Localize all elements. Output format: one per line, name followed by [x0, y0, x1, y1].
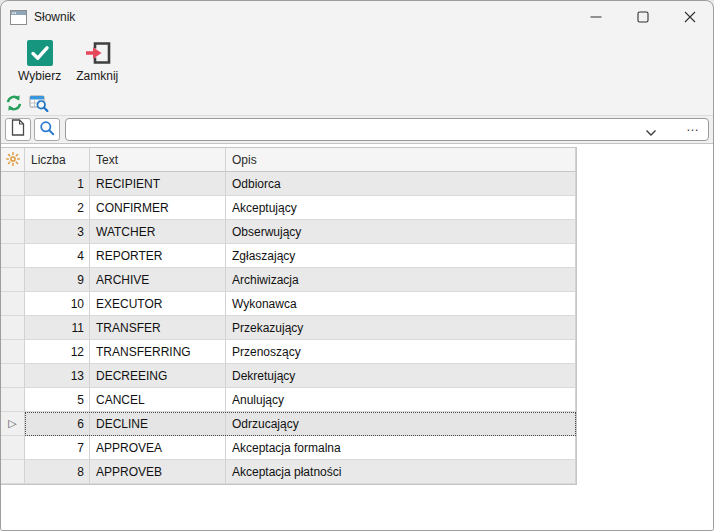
cell-opis[interactable]: Przenoszący	[226, 340, 576, 364]
close-dialog-button[interactable]: Zamknij	[71, 38, 123, 85]
cell-text[interactable]: WATCHER	[90, 220, 226, 244]
window-controls	[572, 1, 713, 33]
table-row[interactable]: 5CANCELAnulujący	[1, 388, 576, 412]
dialog-content: Liczba Text Opis 1RECIPIENTOdbiorca2CONF…	[1, 144, 713, 530]
table-search-icon[interactable]	[29, 94, 50, 112]
cell-text[interactable]: TRANSFERRING	[90, 340, 226, 364]
maximize-button[interactable]	[619, 1, 666, 33]
new-document-button[interactable]	[5, 118, 31, 141]
close-button[interactable]	[666, 1, 713, 33]
table-row[interactable]: 13DECREEINGDekretujący	[1, 364, 576, 388]
select-button-label: Wybierz	[18, 69, 61, 83]
customize-columns-button[interactable]	[1, 148, 25, 172]
cell-liczba[interactable]: 5	[25, 388, 90, 412]
dictionary-table: Liczba Text Opis 1RECIPIENTOdbiorca2CONF…	[1, 147, 577, 485]
table-row[interactable]: 12TRANSFERRINGPrzenoszący	[1, 340, 576, 364]
cell-opis[interactable]: Obserwujący	[226, 220, 576, 244]
column-header-liczba[interactable]: Liczba	[25, 148, 90, 172]
table-row[interactable]: 8APPROVEBAkceptacja płatności	[1, 460, 576, 484]
cell-liczba[interactable]: 9	[25, 268, 90, 292]
row-indicator	[1, 172, 25, 196]
row-indicator: ▷	[1, 412, 25, 436]
cell-liczba[interactable]: 13	[25, 364, 90, 388]
close-button-label: Zamknij	[76, 69, 118, 83]
cell-text[interactable]: TRANSFER	[90, 316, 226, 340]
row-indicator	[1, 340, 25, 364]
cell-text[interactable]: DECLINE	[90, 412, 226, 436]
check-icon	[27, 40, 53, 66]
row-data: 12TRANSFERRINGPrzenoszący	[25, 340, 576, 364]
cell-text[interactable]: DECREEING	[90, 364, 226, 388]
dialog-window: Słownik Wybierz	[0, 0, 714, 531]
cell-text[interactable]: CONFIRMER	[90, 196, 226, 220]
row-data: 4REPORTERZgłaszający	[25, 244, 576, 268]
table-row[interactable]: ▷6DECLINEOdrzucający	[1, 412, 576, 436]
table-row[interactable]: 1RECIPIENTOdbiorca	[1, 172, 576, 196]
row-indicator	[1, 364, 25, 388]
table-row[interactable]: 2CONFIRMERAkceptujący	[1, 196, 576, 220]
row-indicator	[1, 460, 25, 484]
column-header-opis[interactable]: Opis	[226, 148, 576, 172]
exit-icon	[84, 40, 110, 66]
filter-row: …	[1, 116, 713, 144]
chevron-down-icon[interactable]	[645, 123, 657, 141]
row-data: 7APPROVEAAkceptacja formalna	[25, 436, 576, 460]
table-header: Liczba Text Opis	[1, 148, 576, 172]
table-row[interactable]: 7APPROVEAAkceptacja formalna	[1, 436, 576, 460]
window-icon	[10, 10, 27, 25]
cell-opis[interactable]: Odbiorca	[226, 172, 576, 196]
cell-opis[interactable]: Anulujący	[226, 388, 576, 412]
cell-text[interactable]: CANCEL	[90, 388, 226, 412]
ellipsis-button[interactable]: …	[686, 119, 700, 134]
cell-opis[interactable]: Akceptacja płatności	[226, 460, 576, 484]
select-button[interactable]: Wybierz	[13, 38, 66, 85]
cell-opis[interactable]: Akceptacja formalna	[226, 436, 576, 460]
cell-opis[interactable]: Wykonawca	[226, 292, 576, 316]
cell-liczba[interactable]: 11	[25, 316, 90, 340]
row-data: 10EXECUTORWykonawca	[25, 292, 576, 316]
search-input[interactable]	[65, 118, 709, 141]
row-data: 1RECIPIENTOdbiorca	[25, 172, 576, 196]
cell-liczba[interactable]: 10	[25, 292, 90, 316]
refresh-icon[interactable]	[5, 94, 23, 112]
row-data: 6DECLINEOdrzucający	[25, 412, 576, 436]
cell-liczba[interactable]: 2	[25, 196, 90, 220]
title-bar: Słownik	[1, 1, 713, 33]
cell-liczba[interactable]: 4	[25, 244, 90, 268]
table-row[interactable]: 9ARCHIVEArchiwizacja	[1, 268, 576, 292]
row-indicator	[1, 388, 25, 412]
cell-opis[interactable]: Akceptujący	[226, 196, 576, 220]
table-row[interactable]: 3WATCHERObserwujący	[1, 220, 576, 244]
table-row[interactable]: 10EXECUTORWykonawca	[1, 292, 576, 316]
cell-opis[interactable]: Dekretujący	[226, 364, 576, 388]
table-row[interactable]: 11TRANSFERPrzekazujący	[1, 316, 576, 340]
row-indicator	[1, 316, 25, 340]
cell-text[interactable]: EXECUTOR	[90, 292, 226, 316]
window-title: Słownik	[34, 10, 75, 24]
cell-text[interactable]: RECIPIENT	[90, 172, 226, 196]
cell-text[interactable]: APPROVEB	[90, 460, 226, 484]
secondary-toolbar	[1, 91, 713, 116]
cell-liczba[interactable]: 8	[25, 460, 90, 484]
cell-liczba[interactable]: 1	[25, 172, 90, 196]
cell-text[interactable]: REPORTER	[90, 244, 226, 268]
cell-opis[interactable]: Przekazujący	[226, 316, 576, 340]
cell-text[interactable]: APPROVEA	[90, 436, 226, 460]
cell-liczba[interactable]: 12	[25, 340, 90, 364]
cell-liczba[interactable]: 3	[25, 220, 90, 244]
row-data: 5CANCELAnulujący	[25, 388, 576, 412]
cell-liczba[interactable]: 7	[25, 436, 90, 460]
row-data: 2CONFIRMERAkceptujący	[25, 196, 576, 220]
cell-liczba[interactable]: 6	[25, 412, 90, 436]
table-row[interactable]: 4REPORTERZgłaszający	[1, 244, 576, 268]
cell-opis[interactable]: Archiwizacja	[226, 268, 576, 292]
minimize-button[interactable]	[572, 1, 619, 33]
cell-opis[interactable]: Odrzucający	[226, 412, 576, 436]
column-header-text[interactable]: Text	[90, 148, 226, 172]
cell-text[interactable]: ARCHIVE	[90, 268, 226, 292]
table-body: 1RECIPIENTOdbiorca2CONFIRMERAkceptujący3…	[1, 172, 576, 484]
cell-opis[interactable]: Zgłaszający	[226, 244, 576, 268]
main-toolbar: Wybierz Zamknij	[1, 33, 713, 91]
row-data: 8APPROVEBAkceptacja płatności	[25, 460, 576, 484]
search-button[interactable]	[34, 118, 60, 141]
